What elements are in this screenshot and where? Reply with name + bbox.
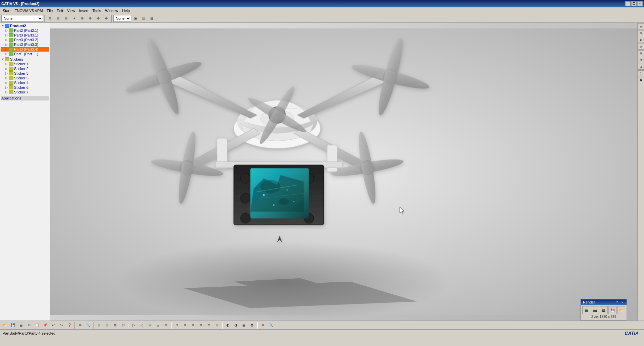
status-bar: PartBody/Part3/Part3.4 selected CATIA [0,330,644,336]
close-button[interactable]: ✕ [637,1,643,6]
tree-part33[interactable]: ▷ Part3 (Part3.3) [1,42,49,47]
bt-23[interactable]: ⊛ [189,322,197,329]
bt-22[interactable]: ⊚ [181,322,189,329]
right-btn-4[interactable]: ⊕ [638,44,644,50]
tree-part31[interactable]: ▷ Part3 (Part3.1) [1,33,49,38]
right-btn-6[interactable]: ⊡ [638,57,644,63]
minimize-button[interactable]: ─ [625,1,631,6]
right-btn-7[interactable]: ⊟ [638,64,644,70]
tool-btn-8[interactable]: ⊕ [103,15,110,22]
bt-30[interactable]: ◓ [248,322,256,329]
bt-12[interactable]: ⊞ [95,322,103,329]
tool-btn-7[interactable]: ⊕ [95,15,102,22]
bt-1[interactable]: 📂 [1,322,9,329]
bt-19[interactable]: △ [154,322,162,329]
tree-part2-label: Part2 (Part2.1) [14,28,38,32]
menu-enovia[interactable]: ENOVIA V5 VPM [12,8,45,13]
render-close-button[interactable]: × [621,300,625,304]
bt-3[interactable]: 🖨 [17,322,25,329]
render-help-button[interactable]: ? [615,300,619,304]
right-btn-2[interactable]: ⚙ [638,30,644,36]
bt-20[interactable]: ⊕ [162,322,170,329]
tree-part2[interactable]: ▷ Part2 (Part2.1) [1,28,49,33]
bt-14[interactable]: ⊠ [111,322,119,329]
tree-sticker2[interactable]: ▷ Sticker 2 [1,66,49,71]
tree-part34-label: Part3 (Part3.4) [14,47,38,51]
bt-18[interactable]: ▽ [146,322,154,329]
bt-4[interactable]: ✂ [25,322,33,329]
bt-29[interactable]: ◒ [240,322,248,329]
bt-9[interactable]: ❓ [66,322,73,329]
menu-start[interactable]: Start [1,8,12,13]
tree-sticker3[interactable]: ▷ Sticker 3 [1,71,49,76]
tool-btn-1[interactable]: ⊕ [46,15,54,22]
bt-15[interactable]: ⊡ [119,322,127,329]
bt-10[interactable]: ⊕ [76,322,84,329]
view-mode-select[interactable]: None [113,15,131,22]
bt-25[interactable]: ⊝ [205,322,213,329]
bt-13[interactable]: ⊟ [103,322,111,329]
tool-btn-10[interactable]: ▤ [140,15,147,22]
menu-help[interactable]: Help [120,8,132,13]
svg-point-37 [240,173,251,183]
render-icon-1[interactable]: 🎬 [582,306,590,314]
3d-viewport-svg [50,23,637,321]
tree-stickers-group[interactable]: ▼ Stickers [1,57,49,62]
tree-sticker6[interactable]: ▷ Sticker 6 [1,85,49,90]
viewport[interactable]: Render ? × 🎬 📷 🖼 💾 📂 Size: 1880 x 889 [50,23,637,321]
svg-point-48 [279,198,289,205]
tree-sticker1[interactable]: ▷ Sticker 1 [1,62,49,66]
tree-part11-label: Part1 (Part1.1) [14,52,38,56]
tree-part32[interactable]: ▷ Part3 (Part3.2) [1,38,49,42]
render-icon-2[interactable]: 📷 [591,306,599,314]
tool-btn-2[interactable]: ⊞ [54,15,62,22]
tree-root[interactable]: ▼ Product2 [1,23,49,28]
menu-file[interactable]: File [45,8,55,13]
bt-11[interactable]: 🔍 [85,322,92,329]
bt-17[interactable]: ◁ [138,322,146,329]
bt-6[interactable]: 📌 [42,322,49,329]
tree-sticker7[interactable]: ▷ Sticker 7 [1,90,49,94]
right-btn-1[interactable]: ◈ [638,23,644,29]
menu-tools[interactable]: Tools [90,8,103,13]
tool-btn-11[interactable]: ▦ [148,15,155,22]
right-btn-3[interactable]: ◉ [638,37,644,43]
tree-applications[interactable]: Applications [1,96,49,100]
bt-16[interactable]: ▷ [130,322,138,329]
menu-window[interactable]: Window [103,8,120,13]
right-btn-9[interactable]: ⬢ [638,77,644,83]
bt-2[interactable]: 💾 [9,322,17,329]
render-icon-3[interactable]: 🖼 [600,306,608,314]
menu-view[interactable]: View [65,8,77,13]
bt-5[interactable]: 📋 [34,322,41,329]
tool-btn-4[interactable]: ✦ [70,15,78,22]
right-btn-8[interactable]: ⬡ [638,70,644,76]
tree-sticker5[interactable]: ▷ Sticker 5 [1,76,49,80]
menu-insert[interactable]: Insert [77,8,91,13]
bt-7[interactable]: ↩ [50,322,57,329]
bt-21[interactable]: ⊙ [173,322,180,329]
bt-32[interactable]: 🔍 [267,322,274,329]
svg-point-52 [293,201,294,202]
sticker-icon [9,90,13,94]
tool-btn-6[interactable]: ⊕ [87,15,94,22]
bt-8[interactable]: ↪ [58,322,65,329]
tool-btn-5[interactable]: ⊕ [78,15,86,22]
render-icon-5[interactable]: 📂 [617,306,625,314]
render-icon-4[interactable]: 💾 [608,306,616,314]
menu-edit[interactable]: Edit [55,8,65,13]
tree-sticker4[interactable]: ▷ Sticker 4 [1,80,49,85]
bt-24[interactable]: ⊜ [197,322,205,329]
tree-part11[interactable]: ▷ Part1 (Part1.1) [1,52,49,56]
bt-26[interactable]: ⊞ [213,322,221,329]
display-mode-select[interactable]: None Wireframe Shading Shading with Edge… [1,15,43,22]
bt-31[interactable]: ⊕ [259,322,266,329]
tool-btn-3[interactable]: ⊟ [62,15,70,22]
bt-28[interactable]: ◑ [232,322,239,329]
bt-27[interactable]: ◐ [224,322,231,329]
tool-btn-9[interactable]: ▣ [132,15,139,22]
tree-part34[interactable]: ▷ Part3 (Part3.4) [1,47,49,52]
restore-button[interactable]: ❐ [631,1,637,6]
svg-point-39 [240,213,251,223]
right-btn-5[interactable]: ⊞ [638,50,644,56]
